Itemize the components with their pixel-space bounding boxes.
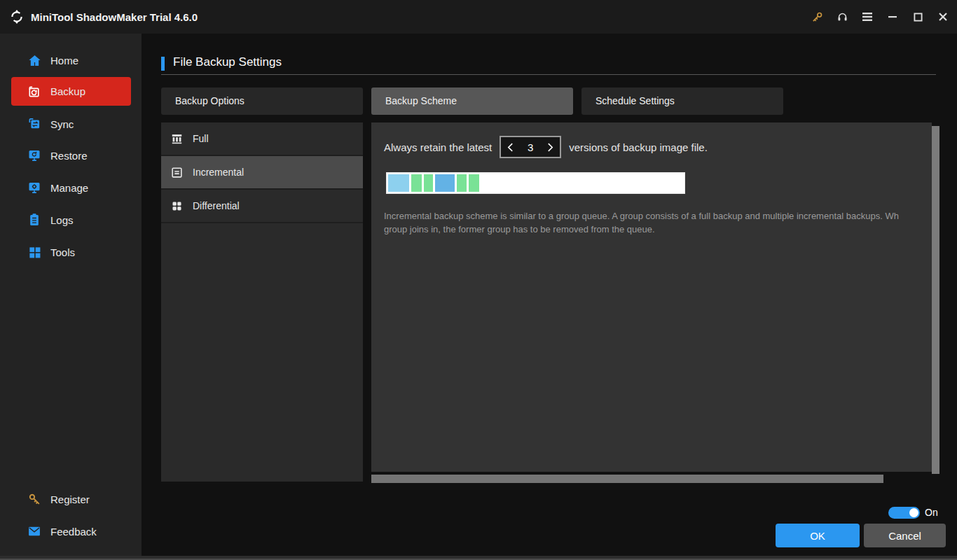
license-key-icon[interactable]: [804, 0, 829, 34]
retention-bar: [386, 172, 685, 194]
sidebar-item-manage[interactable]: Manage: [0, 174, 142, 202]
tab-backup-options[interactable]: Backup Options: [161, 88, 363, 115]
retain-label-suffix: versions of backup image file.: [569, 141, 708, 153]
scheme-item-differential[interactable]: Differential: [161, 190, 363, 223]
vertical-scrollbar[interactable]: [932, 126, 939, 474]
sidebar-item-label: Manage: [50, 182, 88, 194]
backup-icon: [27, 84, 42, 99]
window-bottom-edge: [0, 556, 957, 560]
retain-count-value: 3: [520, 141, 541, 153]
page-title: File Backup Settings: [173, 55, 282, 69]
scheme-item-incremental[interactable]: Incremental: [161, 156, 363, 190]
mail-icon: [27, 524, 42, 539]
sync-icon: [27, 116, 42, 132]
menu-icon[interactable]: [855, 0, 880, 34]
close-button[interactable]: [930, 0, 956, 34]
tab-backup-scheme[interactable]: Backup Scheme: [371, 88, 573, 115]
logs-icon: [27, 212, 42, 227]
differential-backup-icon: [170, 199, 184, 213]
sidebar: Home Backup Sync: [0, 34, 142, 560]
app-logo-icon: [8, 8, 25, 25]
sidebar-item-label: Register: [50, 493, 90, 505]
cancel-button[interactable]: Cancel: [864, 524, 946, 547]
restore-icon: [27, 148, 42, 163]
maximize-button[interactable]: [905, 0, 930, 34]
sidebar-item-label: Restore: [50, 150, 88, 162]
sidebar-item-restore[interactable]: Restore: [0, 141, 142, 169]
header-divider: [161, 74, 936, 75]
toggle-knob: [909, 508, 918, 517]
incremental-backup-icon: [170, 165, 184, 179]
scheme-item-full[interactable]: Full: [161, 122, 363, 156]
sidebar-item-label: Backup: [50, 85, 85, 97]
ok-button[interactable]: OK: [776, 524, 860, 547]
sidebar-item-sync[interactable]: Sync: [0, 110, 142, 138]
scheme-item-label: Full: [193, 133, 209, 144]
scheme-item-label: Differential: [193, 200, 240, 211]
retention-bar-segment: [457, 174, 467, 192]
sidebar-item-home[interactable]: Home: [0, 46, 142, 74]
tab-schedule-settings[interactable]: Schedule Settings: [581, 88, 783, 115]
scheme-toggle[interactable]: [888, 507, 920, 519]
retain-label-prefix: Always retain the latest: [384, 141, 492, 153]
retain-count-stepper: 3: [500, 136, 561, 158]
home-icon: [27, 52, 42, 68]
sidebar-item-label: Feedback: [50, 526, 97, 538]
titlebar: MiniTool ShadowMaker Trial 4.6.0: [0, 0, 957, 34]
tools-icon: [27, 244, 42, 260]
retention-bar-segment: [435, 174, 455, 192]
scheme-description: Incremental backup scheme is similar to …: [384, 209, 932, 236]
toggle-state-label: On: [925, 507, 938, 519]
decrease-count-button[interactable]: [501, 137, 520, 157]
page-title-accent: [161, 57, 165, 71]
sidebar-item-logs[interactable]: Logs: [0, 206, 142, 234]
sidebar-item-label: Sync: [50, 118, 74, 130]
sidebar-item-tools[interactable]: Tools: [0, 238, 142, 266]
retention-bar-segment: [424, 174, 433, 192]
retain-setting-row: Always retain the latest 3 versions of b…: [384, 136, 708, 158]
retention-bar-segment: [388, 174, 409, 192]
sidebar-item-label: Logs: [50, 214, 74, 226]
sidebar-item-register[interactable]: Register: [0, 485, 142, 513]
scheme-type-menu: Full Incremental Differential: [161, 122, 363, 482]
horizontal-scrollbar[interactable]: [371, 475, 883, 483]
full-backup-icon: [170, 132, 184, 146]
sidebar-item-feedback[interactable]: Feedback: [0, 517, 142, 545]
sidebar-item-label: Tools: [50, 246, 75, 258]
key-icon: [27, 491, 42, 507]
scheme-item-label: Incremental: [193, 167, 244, 178]
retention-bar-segment: [469, 174, 479, 192]
app-window: MiniTool ShadowMaker Trial 4.6.0: [0, 0, 957, 560]
window-title: MiniTool ShadowMaker Trial 4.6.0: [31, 11, 198, 23]
sidebar-item-backup[interactable]: Backup: [11, 77, 131, 106]
backup-scheme-panel: Always retain the latest 3 versions of b…: [371, 122, 932, 472]
retention-bar-segment: [411, 174, 422, 192]
titlebar-controls: [804, 0, 957, 34]
minimize-button[interactable]: [880, 0, 905, 34]
support-headset-icon[interactable]: [829, 0, 855, 34]
increase-count-button[interactable]: [541, 137, 560, 157]
scheme-description-line1: Incremental backup scheme is similar to …: [384, 209, 932, 223]
sidebar-item-label: Home: [50, 55, 78, 66]
manage-icon: [27, 180, 42, 195]
scheme-description-line2: group joins in, the former group has to …: [384, 223, 932, 236]
